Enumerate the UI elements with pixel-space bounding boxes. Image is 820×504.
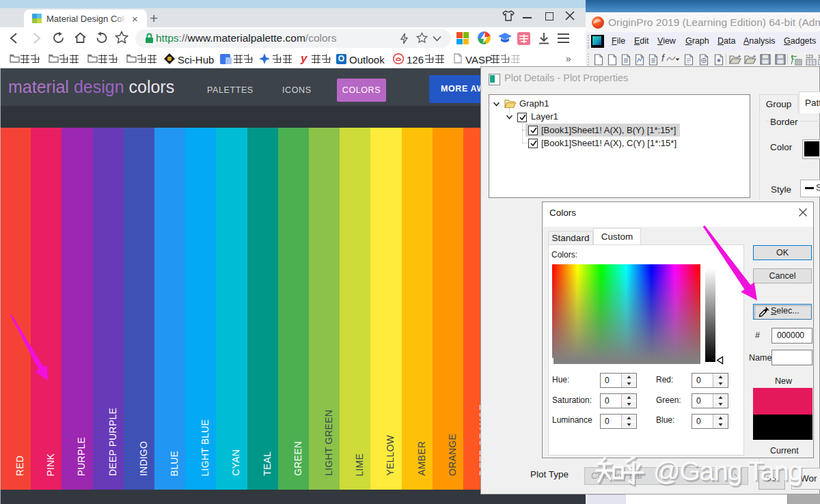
svg-text:@Gang Tang: @Gang Tang <box>653 456 802 486</box>
